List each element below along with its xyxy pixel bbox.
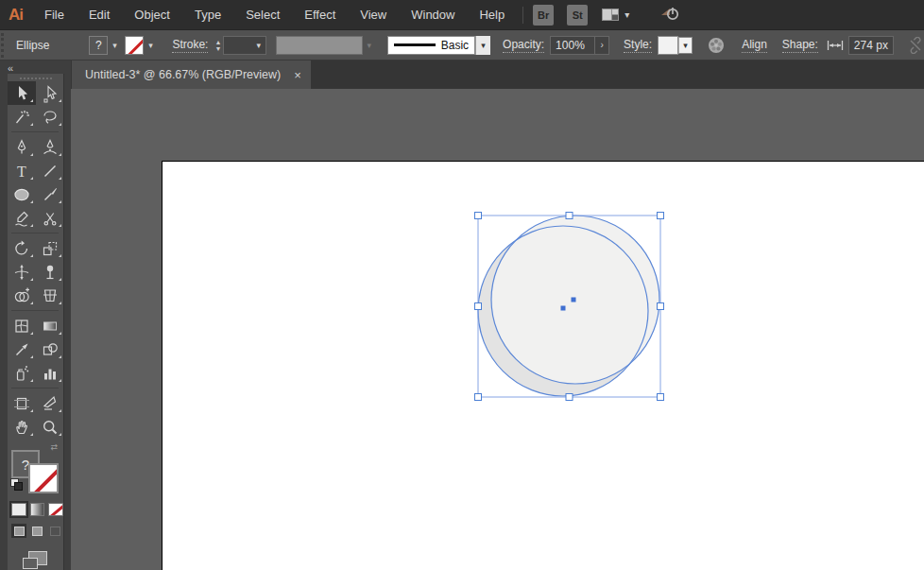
pen-tool[interactable] [8, 135, 36, 159]
type-tool[interactable]: T [8, 159, 36, 182]
scissors-tool[interactable] [36, 206, 64, 230]
tools-grid: T [8, 81, 63, 439]
stroke-style-control[interactable]: Basic ▾ [387, 36, 490, 55]
graphic-style-control[interactable]: ▾ [658, 36, 693, 55]
eyedropper-icon [12, 340, 31, 359]
stroke-none-swatch[interactable] [125, 36, 144, 55]
line-segment-tool[interactable] [36, 159, 64, 182]
puppet-warp-tool[interactable] [36, 260, 64, 284]
none-button[interactable] [48, 503, 63, 516]
shape-width-field[interactable]: 274 px [848, 36, 894, 55]
menu-effect[interactable]: Effect [292, 0, 348, 29]
zoom-icon [41, 418, 60, 437]
stock-button[interactable]: St [567, 5, 588, 26]
menu-file[interactable]: File [32, 0, 77, 29]
menu-type[interactable]: Type [182, 0, 233, 29]
collapse-panel-icon[interactable]: « [8, 62, 71, 74]
toolbar-panel: T ⇄ ? [8, 74, 64, 570]
paintbrush-icon [41, 185, 60, 204]
shape-builder-icon [12, 286, 31, 305]
shaper-tool[interactable] [8, 206, 36, 230]
style-swatch[interactable] [658, 36, 678, 55]
zoom-tool[interactable] [36, 415, 64, 439]
rotate-tool[interactable] [8, 236, 36, 260]
brush-dropdown[interactable] [276, 36, 363, 55]
draw-normal-button[interactable] [11, 524, 26, 538]
swap-fill-stroke-icon[interactable]: ⇄ [50, 442, 58, 452]
stroke-width-combo[interactable]: ▾ [223, 36, 265, 55]
constrain-proportions-toggle[interactable] [907, 37, 924, 54]
blend-tool[interactable] [36, 337, 64, 361]
gradient-tool[interactable] [36, 314, 64, 337]
workspace-switcher-icon [601, 7, 620, 24]
menu-help[interactable]: Help [467, 0, 517, 29]
column-graph-tool[interactable] [36, 361, 64, 385]
stroke-color-control[interactable]: ▾ [125, 36, 157, 55]
menu-window[interactable]: Window [399, 0, 467, 29]
shape-panel-link[interactable]: Shape: [782, 38, 818, 53]
gradient-button[interactable] [30, 503, 45, 516]
magic-wand-tool[interactable] [8, 105, 36, 129]
hand-tool[interactable] [8, 415, 36, 439]
mesh-tool[interactable] [8, 314, 36, 337]
chevron-right-icon[interactable]: › [595, 36, 609, 55]
direct-selection-tool[interactable] [36, 81, 64, 105]
chevron-down-icon[interactable]: ▾ [475, 36, 490, 55]
opacity-value-field[interactable]: 100% [550, 36, 595, 55]
stroke-style-dropdown[interactable]: Basic [387, 36, 475, 55]
opacity-panel-link[interactable]: Opacity: [503, 38, 544, 53]
chevron-down-icon[interactable]: ▾ [144, 36, 157, 55]
shape-builder-tool[interactable] [8, 284, 36, 307]
menu-view[interactable]: View [348, 0, 399, 29]
style-panel-link[interactable]: Style: [624, 38, 652, 53]
document-tab[interactable]: Untitled-3* @ 66.67% (RGB/Preview) × [72, 60, 311, 89]
chevron-down-icon[interactable]: ▾ [108, 36, 121, 55]
width-tool[interactable] [8, 260, 36, 284]
chevron-down-icon[interactable]: ▾ [252, 36, 265, 55]
type-icon: T [12, 162, 31, 181]
center-anchor-point[interactable] [572, 298, 576, 302]
close-icon[interactable]: × [294, 68, 301, 82]
ellipse-tool[interactable] [8, 182, 36, 206]
curvature-tool[interactable] [36, 135, 64, 159]
eyedropper-tool[interactable] [8, 337, 36, 361]
bridge-button[interactable]: Br [533, 5, 554, 26]
share-button[interactable] [658, 4, 682, 26]
lasso-tool[interactable] [36, 105, 64, 129]
draw-inside-button[interactable] [48, 524, 63, 538]
workspace-switcher[interactable]: ▾ [601, 7, 629, 24]
menu-select[interactable]: Select [233, 0, 292, 29]
scale-tool[interactable] [36, 236, 64, 260]
center-anchor-point[interactable] [561, 306, 566, 311]
symbol-sprayer-tool[interactable] [8, 361, 36, 385]
artboard-tool[interactable] [8, 391, 36, 415]
paintbrush-tool[interactable] [36, 182, 64, 206]
line-icon [41, 162, 60, 181]
perspective-grid-tool[interactable] [36, 284, 64, 307]
stroke-indicator[interactable] [28, 463, 59, 493]
svg-text:T: T [17, 163, 26, 179]
stepper-up-icon[interactable]: ▲ [214, 39, 221, 45]
draw-behind-button[interactable] [29, 524, 44, 538]
stroke-width-stepper[interactable]: ▲ ▼ [214, 39, 221, 52]
slice-tool[interactable] [36, 391, 64, 415]
tool-group-separator [8, 307, 64, 314]
menu-object[interactable]: Object [122, 0, 182, 29]
chevron-down-icon[interactable]: ▾ [678, 37, 693, 54]
menu-edit[interactable]: Edit [77, 0, 122, 29]
panel-grip[interactable] [20, 78, 52, 79]
brush-definition-control[interactable]: ▾ [276, 36, 376, 55]
stepper-down-icon[interactable]: ▼ [214, 45, 221, 52]
fill-color-control[interactable]: ? ▾ [89, 36, 121, 55]
selection-tool[interactable] [8, 81, 36, 105]
default-fill-stroke-icon[interactable] [10, 478, 22, 490]
fill-swatch[interactable]: ? [89, 36, 108, 55]
color-button[interactable] [11, 503, 26, 516]
recolor-artwork-button[interactable] [708, 37, 725, 54]
change-screen-mode-button[interactable] [23, 551, 47, 570]
stroke-panel-link[interactable]: Stroke: [172, 38, 208, 53]
opacity-control[interactable]: 100% › [550, 36, 609, 55]
align-panel-link[interactable]: Align [742, 38, 767, 53]
canvas-area[interactable] [71, 89, 924, 570]
control-bar-grip[interactable] [1, 33, 9, 58]
